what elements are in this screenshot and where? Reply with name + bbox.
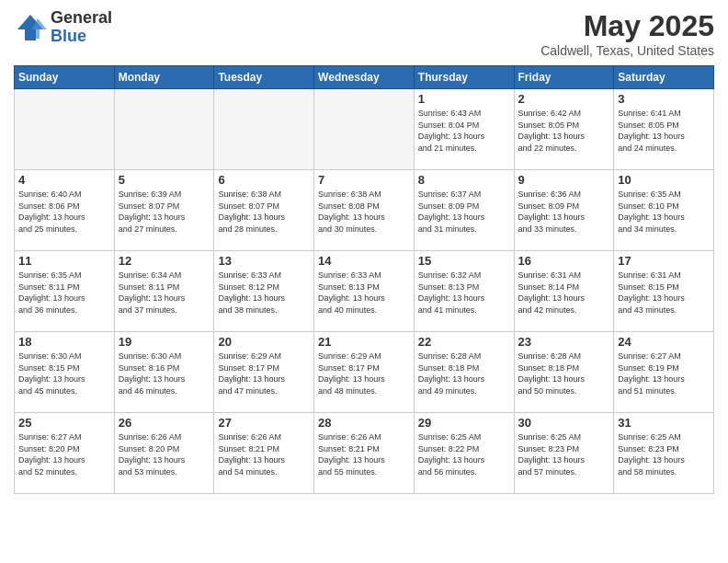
- calendar-cell: 14Sunrise: 6:33 AM Sunset: 8:13 PM Dayli…: [314, 251, 415, 332]
- day-info: Sunrise: 6:25 AM Sunset: 8:22 PM Dayligh…: [418, 431, 510, 477]
- week-row-0: 1Sunrise: 6:43 AM Sunset: 8:04 PM Daylig…: [15, 89, 714, 170]
- subtitle: Caldwell, Texas, United States: [540, 43, 714, 58]
- calendar-cell: 11Sunrise: 6:35 AM Sunset: 8:11 PM Dayli…: [15, 251, 115, 332]
- day-number: 13: [218, 254, 310, 268]
- day-number: 2: [518, 92, 610, 106]
- day-info: Sunrise: 6:27 AM Sunset: 8:20 PM Dayligh…: [18, 431, 110, 477]
- week-row-3: 18Sunrise: 6:30 AM Sunset: 8:15 PM Dayli…: [15, 332, 714, 413]
- day-number: 8: [418, 173, 510, 187]
- calendar-cell: 13Sunrise: 6:33 AM Sunset: 8:12 PM Dayli…: [214, 251, 314, 332]
- calendar-cell: [314, 89, 415, 170]
- day-number: 5: [119, 173, 210, 187]
- day-number: 14: [318, 254, 410, 268]
- day-info: Sunrise: 6:33 AM Sunset: 8:13 PM Dayligh…: [318, 270, 410, 316]
- day-info: Sunrise: 6:41 AM Sunset: 8:05 PM Dayligh…: [618, 108, 710, 154]
- calendar-cell: 2Sunrise: 6:42 AM Sunset: 8:05 PM Daylig…: [514, 89, 614, 170]
- day-number: 17: [618, 254, 710, 268]
- day-info: Sunrise: 6:32 AM Sunset: 8:13 PM Dayligh…: [418, 270, 510, 316]
- day-info: Sunrise: 6:31 AM Sunset: 8:14 PM Dayligh…: [518, 270, 610, 316]
- calendar-cell: 20Sunrise: 6:29 AM Sunset: 8:17 PM Dayli…: [214, 332, 314, 413]
- day-info: Sunrise: 6:31 AM Sunset: 8:15 PM Dayligh…: [618, 270, 710, 316]
- day-number: 28: [318, 416, 410, 430]
- days-header-row: SundayMondayTuesdayWednesdayThursdayFrid…: [15, 66, 714, 89]
- day-info: Sunrise: 6:26 AM Sunset: 8:21 PM Dayligh…: [218, 431, 310, 477]
- day-number: 6: [218, 173, 310, 187]
- day-number: 24: [618, 335, 710, 349]
- calendar-cell: 26Sunrise: 6:26 AM Sunset: 8:20 PM Dayli…: [114, 413, 214, 494]
- calendar-cell: 12Sunrise: 6:34 AM Sunset: 8:11 PM Dayli…: [114, 251, 214, 332]
- calendar-cell: 19Sunrise: 6:30 AM Sunset: 8:16 PM Dayli…: [114, 332, 214, 413]
- day-header-friday: Friday: [514, 66, 614, 89]
- calendar-cell: 1Sunrise: 6:43 AM Sunset: 8:04 PM Daylig…: [414, 89, 514, 170]
- day-info: Sunrise: 6:40 AM Sunset: 8:06 PM Dayligh…: [18, 189, 110, 235]
- day-number: 21: [318, 335, 410, 349]
- day-info: Sunrise: 6:38 AM Sunset: 8:07 PM Dayligh…: [218, 189, 310, 235]
- calendar-cell: 22Sunrise: 6:28 AM Sunset: 8:18 PM Dayli…: [414, 332, 514, 413]
- day-info: Sunrise: 6:34 AM Sunset: 8:11 PM Dayligh…: [119, 270, 210, 316]
- day-info: Sunrise: 6:42 AM Sunset: 8:05 PM Dayligh…: [518, 108, 610, 154]
- day-header-tuesday: Tuesday: [214, 66, 314, 89]
- day-info: Sunrise: 6:33 AM Sunset: 8:12 PM Dayligh…: [218, 270, 310, 316]
- calendar-cell: 29Sunrise: 6:25 AM Sunset: 8:22 PM Dayli…: [414, 413, 514, 494]
- calendar-cell: 21Sunrise: 6:29 AM Sunset: 8:17 PM Dayli…: [314, 332, 415, 413]
- day-header-wednesday: Wednesday: [314, 66, 415, 89]
- day-header-thursday: Thursday: [414, 66, 514, 89]
- day-number: 16: [518, 254, 610, 268]
- calendar-cell: 18Sunrise: 6:30 AM Sunset: 8:15 PM Dayli…: [15, 332, 115, 413]
- day-info: Sunrise: 6:43 AM Sunset: 8:04 PM Dayligh…: [418, 108, 510, 154]
- logo: General Blue: [14, 9, 112, 46]
- calendar-cell: 6Sunrise: 6:38 AM Sunset: 8:07 PM Daylig…: [214, 170, 314, 251]
- day-info: Sunrise: 6:28 AM Sunset: 8:18 PM Dayligh…: [418, 350, 510, 396]
- day-header-saturday: Saturday: [614, 66, 714, 89]
- day-number: 1: [418, 92, 510, 106]
- day-number: 22: [418, 335, 510, 349]
- title-area: May 2025 Caldwell, Texas, United States: [540, 9, 714, 58]
- calendar-cell: [114, 89, 214, 170]
- day-number: 18: [18, 335, 110, 349]
- day-number: 25: [18, 416, 110, 430]
- day-number: 20: [218, 335, 310, 349]
- week-row-4: 25Sunrise: 6:27 AM Sunset: 8:20 PM Dayli…: [15, 413, 714, 494]
- calendar-cell: 25Sunrise: 6:27 AM Sunset: 8:20 PM Dayli…: [15, 413, 115, 494]
- calendar-cell: 10Sunrise: 6:35 AM Sunset: 8:10 PM Dayli…: [614, 170, 714, 251]
- calendar-cell: 28Sunrise: 6:26 AM Sunset: 8:21 PM Dayli…: [314, 413, 415, 494]
- calendar: SundayMondayTuesdayWednesdayThursdayFrid…: [14, 65, 714, 494]
- day-info: Sunrise: 6:25 AM Sunset: 8:23 PM Dayligh…: [618, 431, 710, 477]
- day-info: Sunrise: 6:30 AM Sunset: 8:15 PM Dayligh…: [18, 350, 110, 396]
- logo-text: General Blue: [51, 9, 112, 46]
- day-number: 11: [18, 254, 110, 268]
- day-info: Sunrise: 6:28 AM Sunset: 8:18 PM Dayligh…: [518, 350, 610, 396]
- day-number: 9: [518, 173, 610, 187]
- day-info: Sunrise: 6:39 AM Sunset: 8:07 PM Dayligh…: [119, 189, 210, 235]
- day-number: 12: [119, 254, 210, 268]
- calendar-cell: 23Sunrise: 6:28 AM Sunset: 8:18 PM Dayli…: [514, 332, 614, 413]
- day-info: Sunrise: 6:26 AM Sunset: 8:21 PM Dayligh…: [318, 431, 410, 477]
- calendar-cell: 3Sunrise: 6:41 AM Sunset: 8:05 PM Daylig…: [614, 89, 714, 170]
- day-info: Sunrise: 6:29 AM Sunset: 8:17 PM Dayligh…: [218, 350, 310, 396]
- day-header-monday: Monday: [114, 66, 214, 89]
- day-number: 15: [418, 254, 510, 268]
- calendar-cell: 15Sunrise: 6:32 AM Sunset: 8:13 PM Dayli…: [414, 251, 514, 332]
- day-number: 10: [618, 173, 710, 187]
- calendar-cell: 4Sunrise: 6:40 AM Sunset: 8:06 PM Daylig…: [15, 170, 115, 251]
- day-number: 29: [418, 416, 510, 430]
- day-number: 7: [318, 173, 410, 187]
- page: General Blue May 2025 Caldwell, Texas, U…: [0, 0, 728, 563]
- day-number: 4: [18, 173, 110, 187]
- logo-general: General: [51, 9, 112, 28]
- calendar-cell: 5Sunrise: 6:39 AM Sunset: 8:07 PM Daylig…: [114, 170, 214, 251]
- calendar-cell: 16Sunrise: 6:31 AM Sunset: 8:14 PM Dayli…: [514, 251, 614, 332]
- day-info: Sunrise: 6:27 AM Sunset: 8:19 PM Dayligh…: [618, 350, 710, 396]
- day-number: 23: [518, 335, 610, 349]
- calendar-cell: 8Sunrise: 6:37 AM Sunset: 8:09 PM Daylig…: [414, 170, 514, 251]
- day-info: Sunrise: 6:25 AM Sunset: 8:23 PM Dayligh…: [518, 431, 610, 477]
- day-info: Sunrise: 6:37 AM Sunset: 8:09 PM Dayligh…: [418, 189, 510, 235]
- calendar-cell: 24Sunrise: 6:27 AM Sunset: 8:19 PM Dayli…: [614, 332, 714, 413]
- week-row-1: 4Sunrise: 6:40 AM Sunset: 8:06 PM Daylig…: [15, 170, 714, 251]
- day-info: Sunrise: 6:26 AM Sunset: 8:20 PM Dayligh…: [119, 431, 210, 477]
- calendar-cell: 30Sunrise: 6:25 AM Sunset: 8:23 PM Dayli…: [514, 413, 614, 494]
- day-info: Sunrise: 6:35 AM Sunset: 8:10 PM Dayligh…: [618, 189, 710, 235]
- day-info: Sunrise: 6:38 AM Sunset: 8:08 PM Dayligh…: [318, 189, 410, 235]
- day-info: Sunrise: 6:35 AM Sunset: 8:11 PM Dayligh…: [18, 270, 110, 316]
- day-number: 26: [119, 416, 210, 430]
